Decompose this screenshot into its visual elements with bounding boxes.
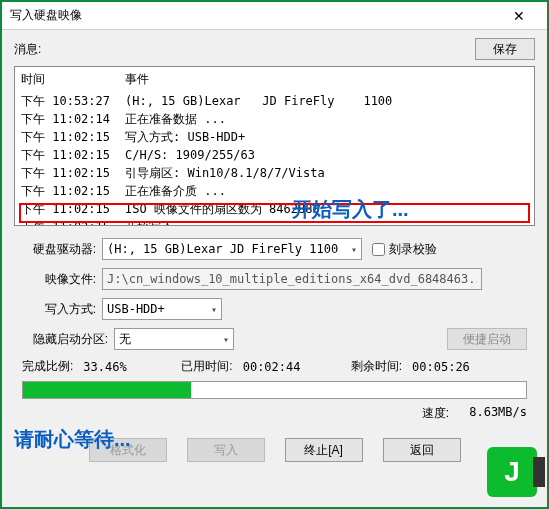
drive-value: (H:, 15 GB)Lexar JD FireFly 1100 — [107, 242, 338, 256]
remain-value: 00:05:26 — [412, 360, 470, 374]
verify-checkbox[interactable] — [372, 243, 385, 256]
remain-label: 剩余时间: — [351, 358, 402, 375]
drive-row: 硬盘驱动器: (H:, 15 GB)Lexar JD FireFly 1100 … — [22, 238, 527, 260]
progress-bar — [22, 381, 527, 399]
drive-label: 硬盘驱动器: — [22, 241, 96, 258]
image-path-input — [102, 268, 482, 290]
message-row: 消息: 保存 — [14, 38, 535, 60]
message-label: 消息: — [14, 41, 41, 58]
log-row: 下午 11:02:15正在准备介质 ... — [21, 182, 528, 200]
window-title: 写入硬盘映像 — [10, 7, 82, 24]
elapsed-label: 已用时间: — [181, 358, 232, 375]
speed-label: 速度: — [422, 405, 449, 422]
hide-row: 隐藏启动分区: 无 ▾ 便捷启动 — [22, 328, 527, 350]
image-row: 映像文件: — [22, 268, 527, 290]
verify-checkbox-row[interactable]: 刻录校验 — [372, 241, 437, 258]
speed-row: 速度: 8.63MB/s — [22, 405, 527, 422]
chevron-down-icon: ▾ — [223, 334, 229, 345]
back-button[interactable]: 返回 — [383, 438, 461, 462]
log-listbox[interactable]: 时间 事件 下午 10:53:27(H:, 15 GB)Lexar JD Fir… — [14, 66, 535, 226]
log-row: 下午 11:02:15ISO 映像文件的扇区数为 8462880 — [21, 200, 528, 218]
log-header: 时间 事件 — [15, 67, 534, 92]
log-rows: 下午 10:53:27(H:, 15 GB)Lexar JD FireFly 1… — [15, 92, 534, 226]
speed-value: 8.63MB/s — [469, 405, 527, 422]
save-button[interactable]: 保存 — [475, 38, 535, 60]
hide-select[interactable]: 无 ▾ — [114, 328, 234, 350]
log-row: 下午 11:02:15C/H/S: 1909/255/63 — [21, 146, 528, 164]
stats-row: 完成比例: 33.46% 已用时间: 00:02:44 剩余时间: 00:05:… — [22, 358, 527, 375]
chevron-down-icon: ▾ — [351, 244, 357, 255]
log-row: 下午 11:02:14正在准备数据 ... — [21, 110, 528, 128]
pct-value: 33.46% — [83, 360, 143, 374]
mode-row: 写入方式: USB-HDD+ ▾ — [22, 298, 527, 320]
mode-value: USB-HDD+ — [107, 302, 165, 316]
log-row: 下午 11:02:15开始写入 ... — [21, 218, 528, 226]
annotation-start-writing: 开始写入了... — [292, 196, 409, 223]
abort-button[interactable]: 终止[A] — [285, 438, 363, 462]
log-row: 下午 11:02:15写入方式: USB-HDD+ — [21, 128, 528, 146]
log-row: 下午 11:02:15引导扇区: Win10/8.1/8/7/Vista — [21, 164, 528, 182]
pct-label: 完成比例: — [22, 358, 73, 375]
image-label: 映像文件: — [22, 271, 96, 288]
verify-label: 刻录校验 — [389, 241, 437, 258]
titlebar: 写入硬盘映像 ✕ — [2, 2, 547, 30]
col-event-header: 事件 — [125, 71, 528, 88]
write-button: 写入 — [187, 438, 265, 462]
chevron-down-icon: ▾ — [211, 304, 217, 315]
dialog-window: 写入硬盘映像 ✕ 消息: 保存 时间 事件 下午 10:53:27(H:, 15… — [0, 0, 549, 509]
mode-label: 写入方式: — [22, 301, 96, 318]
hide-label: 隐藏启动分区: — [22, 331, 108, 348]
close-button[interactable]: ✕ — [499, 3, 539, 29]
annotation-please-wait: 请耐心等待... — [14, 426, 131, 453]
progress-fill — [23, 382, 191, 398]
hide-value: 无 — [119, 331, 131, 348]
mode-select[interactable]: USB-HDD+ ▾ — [102, 298, 222, 320]
convenient-boot-button[interactable]: 便捷启动 — [447, 328, 527, 350]
logo-icon: J — [487, 447, 537, 497]
col-time-header: 时间 — [21, 71, 125, 88]
elapsed-value: 00:02:44 — [243, 360, 313, 374]
log-row: 下午 10:53:27(H:, 15 GB)Lexar JD FireFly 1… — [21, 92, 528, 110]
drive-select[interactable]: (H:, 15 GB)Lexar JD FireFly 1100 ▾ — [102, 238, 362, 260]
content-area: 消息: 保存 时间 事件 下午 10:53:27(H:, 15 GB)Lexar… — [2, 30, 547, 474]
